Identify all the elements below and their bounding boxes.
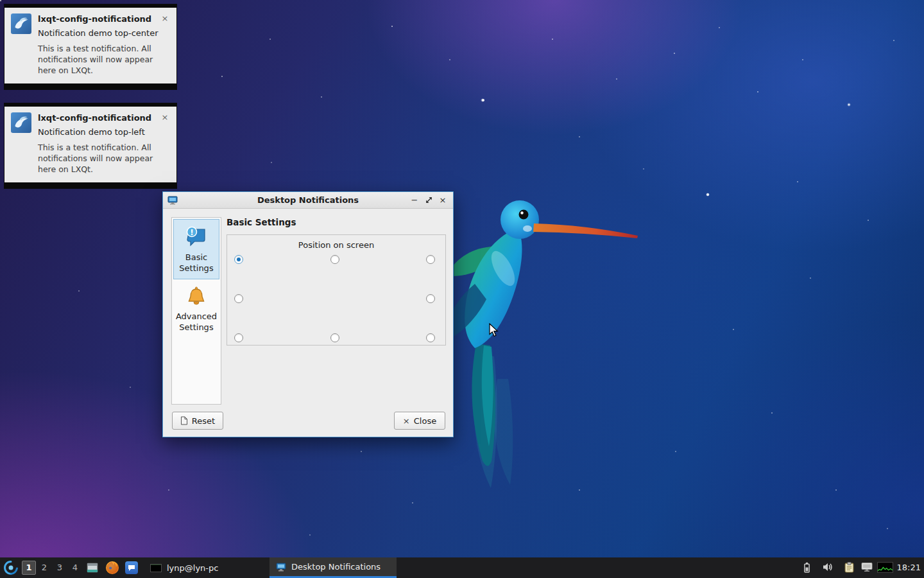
notification-body: This is a test notification. All notific… <box>38 142 170 175</box>
notification-close-icon[interactable]: × <box>160 112 170 123</box>
lxqt-app-icon <box>11 112 31 133</box>
radio-bottom-right[interactable] <box>426 333 435 342</box>
radio-bottom-left[interactable] <box>234 333 243 342</box>
terminal-thumbnail-icon <box>150 564 162 572</box>
restore-icon <box>425 197 432 204</box>
reset-button[interactable]: Reset <box>172 412 223 430</box>
radio-top-left[interactable] <box>234 255 243 264</box>
notification-popup-top-left: lxqt-config-notificationd × Notification… <box>4 103 177 189</box>
notification-popup-top-center: lxqt-config-notificationd × Notification… <box>4 4 177 90</box>
taskbar: 1 2 3 4 lynp@lyn-pc <box>0 557 924 578</box>
radio-middle-left[interactable] <box>234 294 243 303</box>
position-groupbox: Position on screen <box>227 234 446 346</box>
lxqt-logo-icon <box>3 559 19 576</box>
monitor-icon <box>861 562 873 572</box>
taskbar-task-desktop-notifications[interactable]: Desktop Notifications <box>270 557 397 578</box>
volume-tray-icon[interactable] <box>822 562 834 572</box>
battery-tray-icon[interactable] <box>803 562 810 573</box>
workspace-button-3[interactable]: 3 <box>53 561 67 575</box>
restore-button[interactable] <box>424 195 434 206</box>
taskbar-task-terminal[interactable]: lynp@lyn-pc <box>144 557 225 578</box>
svg-text:!: ! <box>190 228 193 237</box>
display-icon <box>276 562 286 572</box>
workspace-button-2[interactable]: 2 <box>37 561 51 575</box>
close-button-label: Close <box>414 416 436 426</box>
notification-body: This is a test notification. All notific… <box>38 43 170 76</box>
close-button[interactable]: × <box>438 195 448 206</box>
cpu-graph-icon <box>877 562 893 573</box>
notification-summary: Notification demo top-center <box>38 28 170 39</box>
firefox-icon[interactable] <box>105 561 119 575</box>
desktop-notifications-window: Desktop Notifications − × ! Basic Se <box>162 191 454 437</box>
clipboard-tray-icon[interactable] <box>844 562 854 573</box>
taskbar-task-label: lynp@lyn-pc <box>167 563 218 573</box>
sidebar-item-advanced-settings[interactable]: Advanced Settings <box>173 281 219 338</box>
notification-close-icon[interactable]: × <box>160 13 170 24</box>
sidebar-item-label: Basic Settings <box>175 252 218 274</box>
window-titlebar[interactable]: Desktop Notifications − × <box>163 192 453 209</box>
close-x-icon: × <box>403 416 410 426</box>
bright-star <box>847 103 851 107</box>
panel-window-icon <box>87 563 98 573</box>
comment-exclamation-icon: ! <box>184 223 209 249</box>
stars-decoration <box>0 0 1 1</box>
radio-top-right[interactable] <box>426 255 435 264</box>
settings-category-list: ! Basic Settings Advanced Settings <box>171 217 221 405</box>
groupbox-title: Position on screen <box>227 240 445 250</box>
battery-icon <box>803 562 810 573</box>
document-revert-icon <box>180 416 188 425</box>
window-display-icon <box>167 195 178 206</box>
dialog-close-button[interactable]: × Close <box>394 412 445 430</box>
lxqt-menu-button[interactable] <box>2 559 20 577</box>
sidebar-item-label: Advanced Settings <box>175 311 218 333</box>
radio-bottom-center[interactable] <box>330 333 339 342</box>
firefox-logo-icon <box>105 561 119 575</box>
workspace-button-1[interactable]: 1 <box>22 561 36 575</box>
lxqt-app-icon <box>11 13 31 34</box>
reset-button-label: Reset <box>192 416 215 426</box>
chat-bubble-icon <box>125 561 138 574</box>
sidebar-item-basic-settings[interactable]: ! Basic Settings <box>173 219 219 279</box>
speaker-icon <box>822 562 834 572</box>
clock[interactable]: 18:21 <box>897 557 921 578</box>
hummingbird-wallpaper-art <box>436 186 654 495</box>
cpu-monitor-tray-icon[interactable] <box>877 562 893 573</box>
notification-app-name: lxqt-config-notificationd <box>38 13 160 25</box>
bell-icon <box>185 285 208 308</box>
display-tray-icon[interactable] <box>861 562 873 572</box>
notification-app-name: lxqt-config-notificationd <box>38 112 160 124</box>
notification-summary: Notification demo top-left <box>38 127 170 138</box>
taskbar-task-label: Desktop Notifications <box>291 562 381 572</box>
quick-launch-panel-icon[interactable] <box>85 561 99 575</box>
bright-star <box>481 98 484 102</box>
minimize-button[interactable]: − <box>409 195 420 206</box>
radio-middle-right[interactable] <box>426 294 435 303</box>
clipboard-icon <box>844 562 854 573</box>
radio-top-center[interactable] <box>330 255 339 264</box>
page-heading: Basic Settings <box>227 217 296 227</box>
workspace-button-4[interactable]: 4 <box>68 561 82 575</box>
chat-icon[interactable] <box>124 561 139 575</box>
bright-star <box>706 193 710 197</box>
